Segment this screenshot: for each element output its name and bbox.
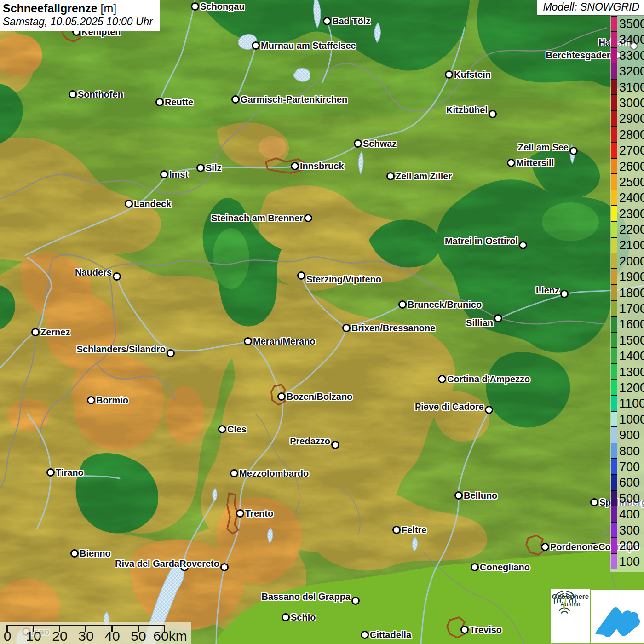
- legend-color-swatch: [611, 142, 617, 158]
- city-label: Cles: [227, 424, 247, 435]
- legend-entry: 900: [611, 427, 644, 443]
- city-label: Silz: [206, 163, 221, 173]
- city-label: Zell am See: [518, 142, 569, 153]
- legend-value-label: 2200: [619, 222, 644, 237]
- city-dot-icon: [485, 406, 493, 414]
- legend-entry: 500: [611, 491, 644, 506]
- legend-entry: 1700: [611, 301, 644, 316]
- legend-entry: 2600: [611, 159, 644, 174]
- legend-value-label: 1900: [619, 269, 644, 285]
- city-dot-icon: [167, 349, 175, 357]
- legend-entry: 2800: [611, 127, 644, 143]
- city-dot-icon: [191, 2, 199, 11]
- city-label: Sonthofen: [78, 89, 123, 100]
- legend-entry: 2500: [611, 174, 644, 190]
- city-label: Bormio: [96, 395, 128, 406]
- city-label: Cortina d'Ampezzo: [447, 374, 530, 385]
- legend-entry: 200: [611, 538, 644, 554]
- legend-color-swatch: [611, 190, 617, 206]
- city-label: Trento: [245, 508, 273, 519]
- legend-entry: 2100: [611, 237, 644, 253]
- legend-entry: 2700: [611, 143, 644, 158]
- city-label: Mezzolombardo: [239, 468, 309, 479]
- city-dot-icon: [236, 509, 244, 518]
- legend-color-swatch: [611, 411, 617, 427]
- legend-value-label: 1200: [619, 380, 644, 396]
- scale-label: 40: [104, 628, 120, 644]
- legend-color-swatch: [611, 47, 617, 63]
- legend-entry: 1000: [611, 412, 644, 427]
- legend-value-label: 1100: [619, 396, 644, 411]
- legend-value-label: 3100: [619, 80, 644, 95]
- legend-value-label: 3400: [619, 32, 644, 47]
- legend-value-label: 100: [619, 554, 640, 569]
- city-dot-icon: [460, 626, 469, 634]
- city-dot-icon: [507, 159, 515, 167]
- city-dot-icon: [361, 631, 369, 639]
- legend-value-label: 1600: [619, 316, 644, 332]
- city-dot-icon: [398, 300, 407, 309]
- city-label: Meran/Merano: [253, 336, 316, 347]
- city-label: Steinach am Brenner: [211, 213, 303, 224]
- legend-value-label: 2500: [619, 174, 644, 190]
- legend-value-label: 700: [619, 459, 640, 475]
- legend-value-label: 3300: [619, 48, 644, 63]
- scale-label: 0: [4, 628, 12, 644]
- city-dot-icon: [323, 17, 331, 25]
- legend-value-label: 800: [619, 443, 640, 459]
- city-dot-icon: [277, 392, 286, 401]
- legend-color-swatch: [611, 459, 617, 474]
- city-dot-icon: [541, 543, 549, 551]
- city-dot-icon: [454, 491, 463, 500]
- page-title: Schneefallgrenze [m]: [3, 2, 156, 15]
- city-dot-icon: [392, 526, 401, 534]
- scale-bar: 0102030405060km: [0, 622, 191, 644]
- legend-entry: 3200: [611, 63, 644, 79]
- legend-color-swatch: [611, 475, 617, 490]
- legend-value-label: 600: [619, 475, 640, 490]
- scale-label: 10: [26, 628, 41, 644]
- city-label: Berchtesgaden: [546, 50, 613, 61]
- city-dot-icon: [231, 95, 240, 104]
- scale-label: 30: [78, 628, 93, 644]
- city-label: Zell am Ziller: [396, 171, 452, 182]
- legend-entry: 2900: [611, 111, 644, 126]
- city-dot-icon: [220, 563, 229, 571]
- legend-entry: 1400: [611, 348, 644, 364]
- city-label: Kitzbühel: [446, 105, 488, 115]
- legend-value-label: 400: [619, 506, 640, 522]
- legend-entry: 400: [611, 506, 644, 522]
- city-dot-icon: [304, 214, 312, 222]
- city-dot-icon: [297, 271, 305, 280]
- legend-entry: 3100: [611, 80, 644, 95]
- legend-entry: 1300: [611, 364, 644, 380]
- city-label: Zernez: [40, 327, 70, 338]
- legend-color-swatch: [611, 126, 617, 142]
- legend-value-label: 500: [619, 491, 640, 506]
- geosphere-contour-icon: [551, 589, 578, 615]
- legend-entry: 2400: [611, 190, 644, 206]
- city-label: Conegliano: [480, 562, 530, 573]
- city-label: Treviso: [470, 625, 502, 635]
- city-label: Garmisch-Partenkirchen: [241, 94, 347, 105]
- scale-label: 20: [52, 628, 67, 644]
- city-label: Mittersill: [516, 158, 554, 168]
- city-dot-icon: [282, 613, 290, 621]
- legend-entry: 1800: [611, 285, 644, 301]
- city-dot-icon: [291, 162, 299, 170]
- legend-value-label: 2900: [619, 111, 644, 126]
- legend-entry: 600: [611, 475, 644, 490]
- city-dot-icon: [196, 164, 205, 172]
- city-label: Feltre: [402, 525, 426, 535]
- legend-value-label: 1000: [619, 412, 644, 427]
- legend-color-swatch: [611, 380, 617, 395]
- city-dot-icon: [519, 241, 527, 249]
- weather-map-page: SchongauBad TölzKemptenMurnau am Staffel…: [0, 0, 644, 644]
- legend-value-label: 2600: [619, 159, 644, 174]
- legend-value-label: 200: [619, 538, 640, 554]
- city-label: Cittadella: [370, 630, 411, 640]
- geosphere-logo: GeoSphere Austria: [551, 589, 590, 643]
- legend-entry: 1100: [611, 396, 644, 411]
- city-label: Kufstein: [454, 69, 491, 80]
- city-label: Predazzo: [290, 436, 330, 447]
